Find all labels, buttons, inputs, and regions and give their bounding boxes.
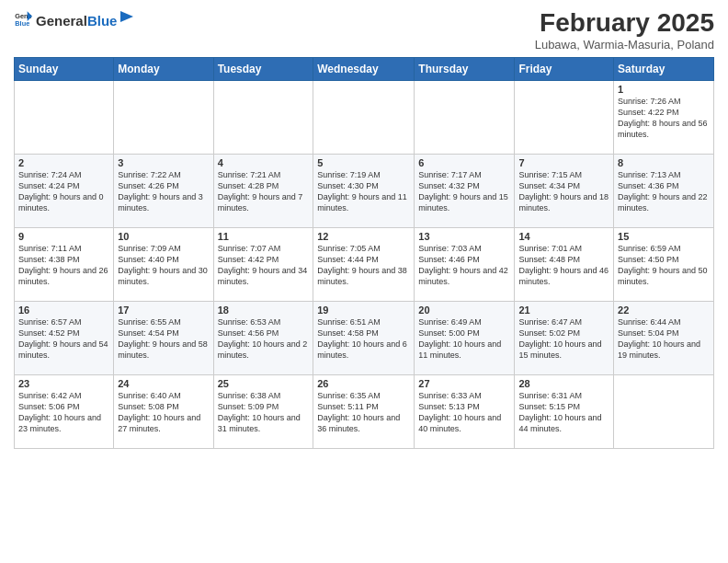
page-container: General Blue GeneralBlue February 2025 L…: [0, 0, 728, 454]
calendar-cell: 6Sunrise: 7:17 AM Sunset: 4:32 PM Daylig…: [415, 154, 515, 227]
day-number: 14: [518, 231, 609, 242]
header: General Blue GeneralBlue February 2025 L…: [14, 9, 714, 52]
day-info: Sunrise: 6:44 AM Sunset: 5:04 PM Dayligh…: [618, 316, 710, 362]
day-info: Sunrise: 7:01 AM Sunset: 4:48 PM Dayligh…: [518, 243, 609, 288]
day-info: Sunrise: 6:49 AM Sunset: 5:00 PM Dayligh…: [418, 316, 510, 362]
day-number: 23: [18, 378, 109, 389]
calendar-cell: 20Sunrise: 6:49 AM Sunset: 5:00 PM Dayli…: [415, 301, 515, 374]
day-number: 11: [218, 231, 310, 242]
calendar-cell: 13Sunrise: 7:03 AM Sunset: 4:46 PM Dayli…: [415, 227, 515, 301]
day-info: Sunrise: 6:31 AM Sunset: 5:15 PM Dayligh…: [518, 390, 609, 435]
day-info: Sunrise: 6:40 AM Sunset: 5:08 PM Dayligh…: [118, 390, 209, 435]
day-number: 18: [218, 304, 310, 316]
day-number: 7: [518, 157, 609, 168]
day-number: 4: [218, 157, 310, 168]
calendar-cell: 16Sunrise: 6:57 AM Sunset: 4:52 PM Dayli…: [15, 301, 114, 374]
day-number: 28: [518, 378, 609, 389]
day-info: Sunrise: 6:42 AM Sunset: 5:06 PM Dayligh…: [18, 390, 109, 435]
day-info: Sunrise: 7:21 AM Sunset: 4:28 PM Dayligh…: [218, 169, 310, 214]
day-info: Sunrise: 6:35 AM Sunset: 5:11 PM Dayligh…: [317, 390, 410, 435]
calendar-cell: 26Sunrise: 6:35 AM Sunset: 5:11 PM Dayli…: [313, 374, 415, 448]
calendar-cell: 28Sunrise: 6:31 AM Sunset: 5:15 PM Dayli…: [515, 374, 614, 448]
day-number: 10: [118, 231, 209, 242]
day-info: Sunrise: 7:26 AM Sunset: 4:22 PM Dayligh…: [618, 96, 710, 141]
calendar-cell: 23Sunrise: 6:42 AM Sunset: 5:06 PM Dayli…: [15, 374, 114, 448]
day-number: 15: [618, 231, 710, 242]
day-number: 5: [317, 157, 410, 168]
calendar-cell: 4Sunrise: 7:21 AM Sunset: 4:28 PM Daylig…: [213, 154, 313, 227]
day-info: Sunrise: 7:24 AM Sunset: 4:24 PM Dayligh…: [18, 169, 109, 214]
calendar-cell: 10Sunrise: 7:09 AM Sunset: 4:40 PM Dayli…: [114, 227, 213, 301]
calendar-table: SundayMondayTuesdayWednesdayThursdayFrid…: [14, 57, 714, 449]
day-number: 27: [418, 378, 510, 389]
calendar-cell: 3Sunrise: 7:22 AM Sunset: 4:26 PM Daylig…: [114, 154, 213, 227]
calendar-cell: [515, 80, 614, 154]
day-number: 26: [317, 378, 410, 389]
day-info: Sunrise: 6:38 AM Sunset: 5:09 PM Dayligh…: [218, 390, 310, 435]
calendar-week-row: 16Sunrise: 6:57 AM Sunset: 4:52 PM Dayli…: [15, 301, 714, 374]
day-number: 20: [418, 304, 510, 316]
logo: General Blue GeneralBlue: [14, 9, 135, 29]
calendar-header-wednesday: Wednesday: [313, 57, 415, 80]
day-info: Sunrise: 7:17 AM Sunset: 4:32 PM Dayligh…: [418, 169, 510, 214]
calendar-cell: 22Sunrise: 6:44 AM Sunset: 5:04 PM Dayli…: [614, 301, 714, 374]
svg-marker-3: [120, 11, 133, 22]
calendar-header-thursday: Thursday: [415, 57, 515, 80]
calendar-cell: 14Sunrise: 7:01 AM Sunset: 4:48 PM Dayli…: [515, 227, 614, 301]
day-number: 9: [18, 231, 109, 242]
logo-blue-text: Blue: [87, 13, 118, 29]
day-info: Sunrise: 6:57 AM Sunset: 4:52 PM Dayligh…: [18, 316, 109, 362]
calendar-week-row: 9Sunrise: 7:11 AM Sunset: 4:38 PM Daylig…: [15, 227, 714, 301]
calendar-cell: 12Sunrise: 7:05 AM Sunset: 4:44 PM Dayli…: [313, 227, 415, 301]
day-info: Sunrise: 7:22 AM Sunset: 4:26 PM Dayligh…: [118, 169, 209, 214]
calendar-cell: [415, 80, 515, 154]
calendar-cell: 15Sunrise: 6:59 AM Sunset: 4:50 PM Dayli…: [614, 227, 714, 301]
logo-flag-icon: [119, 9, 135, 26]
day-number: 24: [118, 378, 209, 389]
day-info: Sunrise: 7:05 AM Sunset: 4:44 PM Dayligh…: [317, 243, 410, 288]
day-info: Sunrise: 6:53 AM Sunset: 4:56 PM Dayligh…: [218, 316, 310, 362]
calendar-cell: 21Sunrise: 6:47 AM Sunset: 5:02 PM Dayli…: [515, 301, 614, 374]
day-number: 25: [218, 378, 310, 389]
title-block: February 2025 Lubawa, Warmia-Masuria, Po…: [535, 9, 714, 52]
calendar-header-monday: Monday: [114, 57, 213, 80]
calendar-cell: [313, 80, 415, 154]
day-info: Sunrise: 7:03 AM Sunset: 4:46 PM Dayligh…: [418, 243, 510, 288]
calendar-cell: [114, 80, 213, 154]
calendar-cell: 8Sunrise: 7:13 AM Sunset: 4:36 PM Daylig…: [614, 154, 714, 227]
day-number: 12: [317, 231, 410, 242]
calendar-cell: 27Sunrise: 6:33 AM Sunset: 5:13 PM Dayli…: [415, 374, 515, 448]
calendar-cell: 17Sunrise: 6:55 AM Sunset: 4:54 PM Dayli…: [114, 301, 213, 374]
subtitle: Lubawa, Warmia-Masuria, Poland: [535, 38, 714, 52]
calendar-cell: 5Sunrise: 7:19 AM Sunset: 4:30 PM Daylig…: [313, 154, 415, 227]
day-info: Sunrise: 7:11 AM Sunset: 4:38 PM Dayligh…: [18, 243, 109, 288]
calendar-cell: 9Sunrise: 7:11 AM Sunset: 4:38 PM Daylig…: [15, 227, 114, 301]
day-info: Sunrise: 6:59 AM Sunset: 4:50 PM Dayligh…: [618, 243, 710, 288]
day-info: Sunrise: 6:51 AM Sunset: 4:58 PM Dayligh…: [317, 316, 410, 362]
calendar-week-row: 23Sunrise: 6:42 AM Sunset: 5:06 PM Dayli…: [15, 374, 714, 448]
calendar-cell: 2Sunrise: 7:24 AM Sunset: 4:24 PM Daylig…: [15, 154, 114, 227]
calendar-cell: 19Sunrise: 6:51 AM Sunset: 4:58 PM Dayli…: [313, 301, 415, 374]
day-number: 8: [618, 157, 710, 168]
day-info: Sunrise: 7:19 AM Sunset: 4:30 PM Dayligh…: [317, 169, 410, 214]
day-info: Sunrise: 6:33 AM Sunset: 5:13 PM Dayligh…: [418, 390, 510, 435]
day-info: Sunrise: 6:55 AM Sunset: 4:54 PM Dayligh…: [118, 316, 209, 362]
day-info: Sunrise: 7:15 AM Sunset: 4:34 PM Dayligh…: [518, 169, 609, 214]
day-number: 21: [518, 304, 609, 316]
logo-icon: General Blue: [14, 10, 32, 29]
day-number: 16: [18, 304, 109, 316]
calendar-header-tuesday: Tuesday: [213, 57, 313, 80]
calendar-cell: 11Sunrise: 7:07 AM Sunset: 4:42 PM Dayli…: [213, 227, 313, 301]
day-number: 19: [317, 304, 410, 316]
day-number: 6: [418, 157, 510, 168]
day-number: 13: [418, 231, 510, 242]
main-title: February 2025: [535, 9, 714, 38]
calendar-header-row: SundayMondayTuesdayWednesdayThursdayFrid…: [15, 57, 714, 80]
calendar-cell: [614, 374, 714, 448]
calendar-cell: 18Sunrise: 6:53 AM Sunset: 4:56 PM Dayli…: [213, 301, 313, 374]
calendar-header-saturday: Saturday: [614, 57, 714, 80]
calendar-cell: 1Sunrise: 7:26 AM Sunset: 4:22 PM Daylig…: [614, 80, 714, 154]
day-number: 17: [118, 304, 209, 316]
day-number: 1: [618, 84, 710, 95]
calendar-week-row: 2Sunrise: 7:24 AM Sunset: 4:24 PM Daylig…: [15, 154, 714, 227]
